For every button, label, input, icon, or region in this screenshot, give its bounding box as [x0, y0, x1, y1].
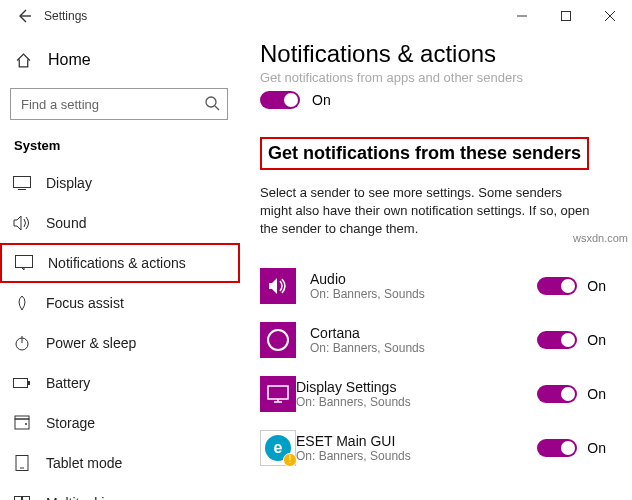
sidebar-item-label: Storage — [46, 415, 95, 431]
power-icon — [12, 335, 32, 351]
sender-row-cortana[interactable]: Cortana On: Banners, Sounds On — [260, 313, 606, 367]
content-area: Notifications & actions Get notification… — [240, 32, 632, 500]
home-button[interactable]: Home — [0, 40, 240, 80]
sidebar-item-battery[interactable]: Battery — [0, 363, 240, 403]
multitasking-icon — [12, 496, 32, 500]
svg-rect-21 — [268, 386, 288, 399]
svg-line-5 — [215, 106, 219, 110]
storage-icon — [12, 415, 32, 431]
home-label: Home — [48, 51, 91, 69]
master-toggle-state: On — [312, 92, 331, 108]
display-icon — [12, 176, 32, 190]
sidebar-item-label: Tablet mode — [46, 455, 122, 471]
watermark: wsxdn.com — [573, 232, 628, 244]
sender-name: Audio — [310, 271, 537, 287]
sender-row-audio[interactable]: Audio On: Banners, Sounds On — [260, 259, 606, 313]
sender-toggle-state: On — [587, 278, 606, 294]
sidebar-item-label: Multitasking — [46, 495, 120, 500]
sender-sub: On: Banners, Sounds — [296, 449, 537, 463]
svg-rect-18 — [15, 497, 22, 501]
svg-rect-1 — [562, 12, 571, 21]
sidebar-item-focus-assist[interactable]: Focus assist — [0, 283, 240, 323]
sender-toggle-display-settings[interactable] — [537, 385, 577, 403]
home-icon — [14, 52, 32, 69]
faded-subtitle: Get notifications from apps and other se… — [260, 70, 606, 85]
page-title: Notifications & actions — [260, 40, 606, 68]
svg-rect-11 — [14, 379, 28, 388]
sidebar-item-display[interactable]: Display — [0, 163, 240, 203]
audio-app-icon — [260, 268, 296, 304]
sidebar: Home System Display Sound Notifications … — [0, 32, 240, 500]
close-button[interactable] — [588, 0, 632, 32]
senders-section-header: Get notifications from these senders — [260, 137, 589, 170]
sender-sub: On: Banners, Sounds — [296, 395, 537, 409]
sidebar-item-power-sleep[interactable]: Power & sleep — [0, 323, 240, 363]
battery-icon — [12, 377, 32, 389]
sender-name: Cortana — [310, 325, 537, 341]
maximize-button[interactable] — [544, 0, 588, 32]
sender-sub: On: Banners, Sounds — [310, 287, 537, 301]
minimize-button[interactable] — [500, 0, 544, 32]
sidebar-item-label: Sound — [46, 215, 86, 231]
svg-rect-12 — [28, 381, 30, 385]
sidebar-item-sound[interactable]: Sound — [0, 203, 240, 243]
focus-assist-icon — [12, 295, 32, 311]
sender-toggle-state: On — [587, 386, 606, 402]
sidebar-item-label: Display — [46, 175, 92, 191]
sender-name: ESET Main GUI — [296, 433, 537, 449]
sound-icon — [12, 215, 32, 231]
sender-name: Display Settings — [296, 379, 537, 395]
sender-toggle-cortana[interactable] — [537, 331, 577, 349]
svg-point-4 — [206, 97, 216, 107]
svg-rect-6 — [14, 177, 31, 188]
sidebar-item-multitasking[interactable]: Multitasking — [0, 483, 240, 500]
sidebar-item-label: Power & sleep — [46, 335, 136, 351]
sidebar-group-label: System — [0, 132, 240, 163]
search-input[interactable] — [10, 88, 228, 120]
display-settings-app-icon — [260, 376, 296, 412]
sender-toggle-state: On — [587, 440, 606, 456]
svg-rect-14 — [15, 416, 29, 419]
sidebar-item-notifications[interactable]: Notifications & actions — [0, 243, 240, 283]
tablet-icon — [12, 455, 32, 471]
sidebar-item-label: Battery — [46, 375, 90, 391]
svg-rect-8 — [16, 256, 33, 268]
sender-sub: On: Banners, Sounds — [310, 341, 537, 355]
back-button[interactable] — [8, 0, 40, 32]
svg-point-15 — [25, 423, 27, 425]
sender-toggle-eset[interactable] — [537, 439, 577, 457]
sidebar-item-storage[interactable]: Storage — [0, 403, 240, 443]
sender-row-eset[interactable]: e ! ESET Main GUI On: Banners, Sounds On — [260, 421, 606, 475]
sender-toggle-state: On — [587, 332, 606, 348]
window-title: Settings — [44, 9, 87, 23]
senders-description: Select a sender to see more settings. So… — [260, 184, 590, 239]
eset-app-icon: e ! — [260, 430, 296, 466]
search-icon — [204, 95, 220, 115]
sender-toggle-audio[interactable] — [537, 277, 577, 295]
sidebar-item-label: Notifications & actions — [48, 255, 186, 271]
cortana-app-icon — [260, 322, 296, 358]
sidebar-item-tablet-mode[interactable]: Tablet mode — [0, 443, 240, 483]
svg-rect-19 — [23, 497, 30, 501]
master-toggle[interactable] — [260, 91, 300, 109]
sender-row-display-settings[interactable]: Display Settings On: Banners, Sounds On — [260, 367, 606, 421]
sidebar-item-label: Focus assist — [46, 295, 124, 311]
notifications-icon — [14, 255, 34, 271]
